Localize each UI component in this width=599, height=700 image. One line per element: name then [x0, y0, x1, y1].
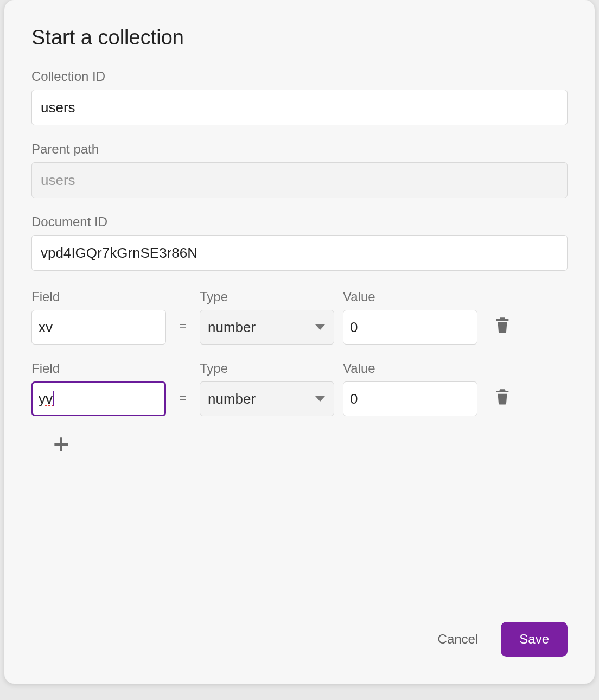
chevron-down-icon [315, 324, 325, 330]
trash-icon [493, 314, 512, 335]
collection-id-label: Collection ID [31, 69, 568, 84]
save-button[interactable]: Save [501, 622, 568, 657]
field-value-input[interactable] [343, 310, 477, 345]
field-row: Field yv = Type number Value [31, 361, 568, 416]
delete-field-button[interactable] [491, 384, 514, 409]
cancel-button[interactable]: Cancel [435, 624, 482, 654]
type-header: Type [200, 289, 334, 304]
parent-path-group: Parent path [31, 142, 568, 198]
dialog-title: Start a collection [31, 26, 568, 49]
add-field-button[interactable] [48, 432, 72, 456]
field-header: Field [31, 361, 166, 376]
field-header: Field [31, 289, 166, 304]
fields-area: Field xv = Type number Value [31, 289, 568, 458]
document-id-label: Document ID [31, 214, 568, 230]
dialog-footer: Cancel Save [31, 616, 568, 667]
field-value-input[interactable] [343, 381, 477, 416]
start-collection-dialog: Start a collection Collection ID Parent … [4, 0, 595, 684]
collection-id-input[interactable] [31, 90, 568, 125]
equals-sign: = [175, 319, 191, 345]
document-id-input[interactable] [31, 235, 568, 271]
value-header: Value [343, 361, 477, 376]
field-name-input[interactable]: xv [31, 310, 166, 345]
field-type-select[interactable]: number [200, 381, 334, 416]
type-header: Type [200, 361, 334, 376]
field-name-input[interactable]: yv [31, 381, 166, 416]
document-id-group: Document ID [31, 214, 568, 271]
trash-icon [493, 386, 512, 406]
parent-path-label: Parent path [31, 142, 568, 157]
field-row: Field xv = Type number Value [31, 289, 568, 345]
value-header: Value [343, 289, 477, 304]
equals-sign: = [175, 390, 191, 416]
delete-field-button[interactable] [491, 312, 514, 337]
parent-path-input [31, 162, 568, 198]
field-type-select[interactable]: number [200, 310, 334, 345]
text-cursor [53, 391, 54, 406]
plus-icon [51, 434, 68, 455]
collection-id-group: Collection ID [31, 69, 568, 125]
chevron-down-icon [315, 396, 325, 402]
